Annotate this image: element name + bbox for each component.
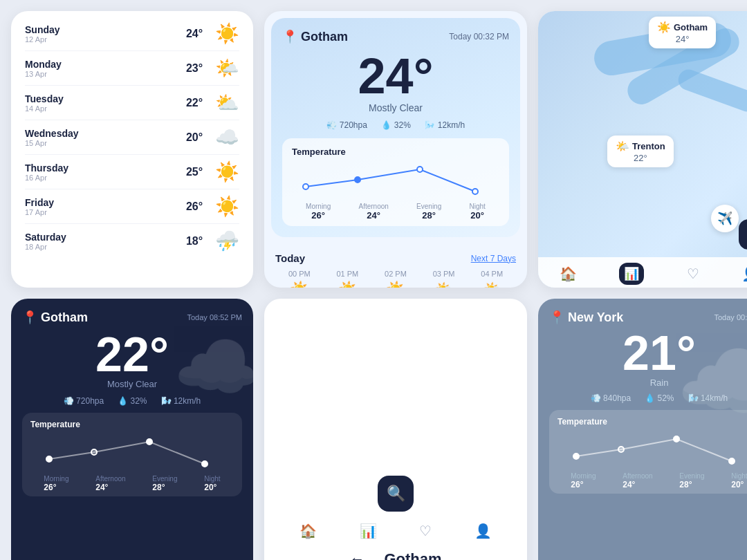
- bottom-nav-home[interactable]: 🏠: [299, 523, 317, 539]
- main-chart-labels: Morning 26° Afternoon 24° Evening 28° Ni…: [292, 203, 499, 221]
- forecast-day-info: Monday 13 Apr: [25, 59, 177, 78]
- forecast-day-name: Sunday: [25, 24, 177, 35]
- wind-value: 12km/h: [438, 120, 465, 130]
- location-button[interactable]: ✈️: [711, 205, 739, 232]
- forecast-day-name: Wednesday: [25, 128, 177, 139]
- forecast-icon: ☀️: [212, 22, 239, 45]
- main-city: 📍 Gotham: [282, 29, 348, 44]
- dark-chart-box: Temperature Morning 26° Afternoon 24° Ev…: [22, 413, 242, 496]
- today-hours: 00 PM ☀️ 24° 01 PM ☀️ 26° 02 PM ☀️ 27° 0…: [275, 270, 516, 288]
- location-icon: ✈️: [717, 211, 732, 226]
- gray-cloud-decoration: ☁️: [676, 333, 747, 431]
- dark-morning: Morning 26°: [44, 475, 68, 492]
- pin-icon: 📍: [282, 29, 297, 44]
- forecast-row[interactable]: Wednesday 15 Apr 20° ☁️: [25, 120, 239, 155]
- svg-point-2: [417, 167, 423, 172]
- forecast-row[interactable]: Saturday 18 Apr 18° ⛈️: [25, 224, 239, 258]
- forecast-row[interactable]: Friday 17 Apr 26° ☀️: [25, 189, 239, 224]
- gotham-bubble-icon: ☀️: [657, 21, 671, 34]
- gray-morning: Morning 26°: [571, 472, 596, 489]
- dark-evening: Evening 28°: [152, 475, 177, 492]
- humidity-value: 32%: [394, 120, 411, 130]
- bottom-center-card: 🔍 🏠 📊 ♡ 👤 ← Gotham: [264, 299, 527, 560]
- main-chart-title: Temperature: [292, 147, 499, 157]
- pressure-stat: 💨 720hpa: [326, 120, 367, 130]
- forecast-icon: ☁️: [212, 126, 239, 149]
- hour-icon: ☀️: [386, 281, 405, 288]
- dark-night: Night 20°: [204, 475, 220, 492]
- map-nav-user[interactable]: 👤: [741, 265, 747, 282]
- forecast-row[interactable]: Thursday 16 Apr 25° ☀️: [25, 155, 239, 189]
- dark-chart-svg: [30, 435, 234, 469]
- forecast-row[interactable]: Tuesday 14 Apr 22° ⛅: [25, 86, 239, 120]
- forecast-day-name: Thursday: [25, 162, 177, 174]
- forecast-icon: ☀️: [212, 195, 239, 218]
- back-button[interactable]: ←: [349, 550, 365, 560]
- forecast-icon: ☀️: [212, 160, 239, 183]
- map-nav-heart[interactable]: ♡: [687, 265, 699, 282]
- forecast-row[interactable]: Monday 13 Apr 23° 🌤️: [25, 51, 239, 86]
- forecast-temp: 23°: [177, 62, 212, 75]
- bottom-nav-chart[interactable]: 📊: [360, 523, 377, 539]
- forecast-day-info: Thursday 16 Apr: [25, 162, 177, 182]
- chart-afternoon: Afternoon 24°: [358, 203, 388, 221]
- hour-time: 01 PM: [336, 270, 358, 278]
- bottom-nav-user[interactable]: 👤: [474, 523, 492, 539]
- forecast-date: 17 Apr: [25, 208, 177, 216]
- forecast-icon: ⛅: [212, 91, 239, 114]
- forecast-day-name: Friday: [25, 197, 177, 208]
- main-chart-svg: [292, 162, 499, 197]
- forecast-date: 12 Apr: [25, 35, 177, 44]
- forecast-day-info: Friday 17 Apr: [25, 197, 177, 216]
- next7days-link[interactable]: Next 7 Days: [471, 254, 516, 263]
- map-nav-bar: 🏠 📊 ♡ 👤: [538, 257, 747, 288]
- hour-time: 02 PM: [385, 270, 407, 278]
- forecast-row[interactable]: Sunday 12 Apr 24° ☀️: [25, 17, 239, 51]
- forecast-temp: 26°: [177, 200, 212, 213]
- hour-time: 03 PM: [433, 270, 455, 278]
- gray-night: Night 20°: [731, 472, 747, 489]
- map-card: ☀️ Gotham 24° 🌤️ Trenton 22° ✈️ 🔍 🏠 📊 ♡ …: [538, 11, 747, 288]
- main-temp: 24°: [282, 51, 509, 101]
- bottom-nav-bar: 🏠 📊 ♡ 👤: [264, 523, 527, 539]
- wind-stat: 🌬️ 12km/h: [425, 120, 465, 130]
- map-nav-chart[interactable]: 📊: [619, 263, 644, 285]
- gray-pressure: 💨 840hpa: [591, 393, 631, 403]
- main-chart-box: Temperature Morning 26° Afternoon 24° E: [282, 138, 509, 226]
- main-stats: 💨 720hpa 💧 32% 🌬️ 12km/h: [282, 120, 509, 130]
- map-background: ☀️ Gotham 24° 🌤️ Trenton 22° ✈️ 🔍 🏠 📊 ♡ …: [538, 11, 747, 288]
- forecast-day-info: Wednesday 15 Apr: [25, 128, 177, 147]
- gray-afternoon: Afternoon 24°: [622, 472, 652, 489]
- map-nav-home[interactable]: 🏠: [560, 265, 577, 282]
- forecast-temp: 24°: [177, 28, 212, 40]
- forecast-temp: 22°: [177, 97, 212, 109]
- map-river-2: [675, 66, 747, 114]
- forecast-temp: 25°: [177, 166, 212, 178]
- map-search-button[interactable]: 🔍: [739, 219, 747, 250]
- chart-night: Night 20°: [469, 203, 485, 221]
- dark-afternoon: Afternoon 24°: [95, 475, 125, 492]
- hour-icon: 🌤️: [483, 281, 501, 288]
- svg-point-3: [472, 189, 478, 194]
- humidity-stat: 💧 32%: [381, 120, 411, 130]
- gray-weather-card: ☁️ 📍 New York Today 00:32 PM 21° Rain 💨 …: [538, 299, 747, 560]
- dark-chart-labels: Morning 26° Afternoon 24° Evening 28° Ni…: [30, 475, 234, 492]
- chart-evening: Evening 28°: [416, 203, 441, 221]
- forecast-date: 15 Apr: [25, 139, 177, 147]
- today-hour-item: 03 PM 🌤️ 25°: [433, 270, 455, 288]
- main-weather-card: 📍 Gotham Today 00:32 PM 24° Mostly Clear…: [264, 11, 527, 288]
- forecast-temp: 20°: [177, 131, 212, 144]
- forecast-temp: 18°: [177, 235, 212, 248]
- chart-morning: Morning 26°: [306, 203, 331, 221]
- hour-time: 04 PM: [481, 270, 503, 278]
- hour-icon: ☀️: [290, 281, 308, 288]
- bottom-search-button[interactable]: 🔍: [378, 476, 414, 512]
- svg-point-0: [303, 184, 308, 189]
- drop-icon: 💧: [381, 120, 391, 130]
- gray-datetime: Today 00:32 PM: [714, 313, 748, 321]
- svg-point-9: [618, 447, 624, 452]
- hour-time: 00 PM: [288, 270, 311, 278]
- dark-pressure: 💨 720hpa: [64, 396, 104, 406]
- bottom-nav-heart[interactable]: ♡: [419, 523, 432, 539]
- wind2-icon: 🌬️: [425, 120, 435, 130]
